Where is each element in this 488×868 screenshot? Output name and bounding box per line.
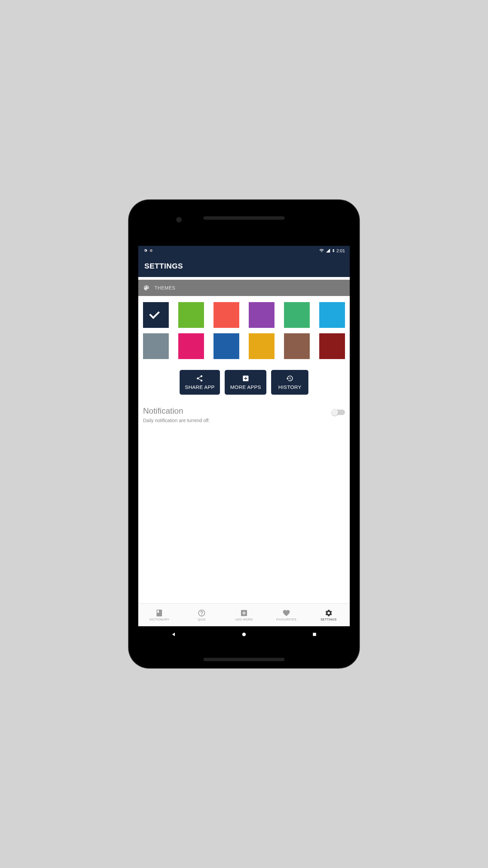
theme-swatch-7[interactable]: [178, 333, 204, 359]
plus-icon: [240, 609, 248, 617]
nav-item-settings[interactable]: SETTINGS: [307, 604, 350, 626]
nav-label: SETTINGS: [321, 618, 337, 621]
theme-swatch-8[interactable]: [214, 333, 239, 359]
more-apps-button[interactable]: MORE APPS: [225, 370, 266, 395]
nav-item-add-word[interactable]: ADD WORD: [223, 604, 265, 626]
square-recent-icon: [312, 632, 317, 637]
nav-label: DICTIONARY: [149, 618, 169, 621]
status-time: 2:01: [337, 248, 345, 253]
bottom-nav: DICTIONARYQUIZADD WORDFAVOURITESSETTINGS: [138, 603, 350, 626]
notification-subtitle: Daily notification are turrend off.: [143, 418, 210, 423]
more-apps-label: MORE APPS: [230, 384, 261, 390]
android-home-button[interactable]: [241, 631, 247, 638]
share-app-label: SHARE APP: [185, 384, 215, 390]
theme-swatch-11[interactable]: [319, 333, 345, 359]
status-bar-right: 2:01: [319, 248, 345, 253]
notification-toggle[interactable]: [332, 410, 345, 415]
theme-swatch-6[interactable]: [143, 333, 169, 359]
page-title: SETTINGS: [144, 262, 183, 271]
theme-swatch-2[interactable]: [214, 302, 239, 328]
status-bar: 2:01: [138, 246, 350, 255]
phone-frame: 2:01 SETTINGS THEMES SHARE APP: [129, 200, 359, 668]
phone-inner: 2:01 SETTINGS THEMES SHARE APP: [134, 207, 354, 661]
theme-swatch-4[interactable]: [284, 302, 310, 328]
circle-home-icon: [241, 632, 247, 637]
history-label: HISTORY: [278, 384, 301, 390]
themes-label: THEMES: [155, 285, 175, 291]
palette-icon: [143, 284, 150, 291]
notification-section: Notification Daily notification are turr…: [138, 399, 350, 430]
content-area: SHARE APP MORE APPS HISTORY Notification: [138, 296, 350, 603]
toggle-knob: [331, 409, 338, 416]
svg-rect-1: [313, 633, 316, 636]
themes-section-header: THEMES: [138, 280, 350, 296]
screen: 2:01 SETTINGS THEMES SHARE APP: [138, 246, 350, 643]
theme-swatch-1[interactable]: [178, 302, 204, 328]
gear-icon: [143, 248, 148, 253]
android-nav-bar: [138, 626, 350, 643]
theme-swatch-10[interactable]: [284, 333, 310, 359]
plus-box-icon: [242, 375, 249, 382]
history-button[interactable]: HISTORY: [271, 370, 308, 395]
nav-item-favourites[interactable]: FAVOURITES: [265, 604, 307, 626]
gear-icon: [325, 609, 333, 617]
nav-label: QUIZ: [198, 618, 206, 621]
phone-speaker-top: [203, 216, 285, 220]
phone-camera: [176, 217, 182, 222]
theme-swatch-3[interactable]: [249, 302, 274, 328]
notification-title: Notification: [143, 406, 210, 416]
phone-speaker-bottom: [203, 658, 285, 661]
status-bar-left: [143, 248, 152, 253]
nav-label: FAVOURITES: [276, 618, 296, 621]
book-icon: [155, 609, 163, 617]
question-icon: [198, 609, 206, 617]
app-header: SETTINGS: [138, 255, 350, 277]
notification-text-group: Notification Daily notification are turr…: [143, 406, 210, 423]
battery-icon: [332, 248, 335, 253]
theme-swatch-9[interactable]: [249, 333, 274, 359]
svg-point-0: [242, 633, 246, 636]
share-icon: [196, 375, 203, 382]
android-recent-button[interactable]: [311, 631, 318, 638]
status-dot-icon: [150, 249, 152, 252]
heart-icon: [282, 609, 290, 617]
wifi-icon: [319, 248, 324, 253]
theme-swatch-5[interactable]: [319, 302, 345, 328]
divider: [138, 277, 350, 280]
action-button-row: SHARE APP MORE APPS HISTORY: [138, 365, 350, 399]
nav-item-quiz[interactable]: QUIZ: [181, 604, 223, 626]
android-back-button[interactable]: [170, 631, 177, 638]
nav-label: ADD WORD: [235, 618, 253, 621]
share-app-button[interactable]: SHARE APP: [180, 370, 220, 395]
theme-grid: [138, 296, 350, 365]
history-icon: [286, 375, 293, 382]
triangle-back-icon: [171, 632, 176, 637]
nav-item-dictionary[interactable]: DICTIONARY: [138, 604, 181, 626]
theme-swatch-0[interactable]: [143, 302, 169, 328]
signal-icon: [326, 248, 330, 253]
